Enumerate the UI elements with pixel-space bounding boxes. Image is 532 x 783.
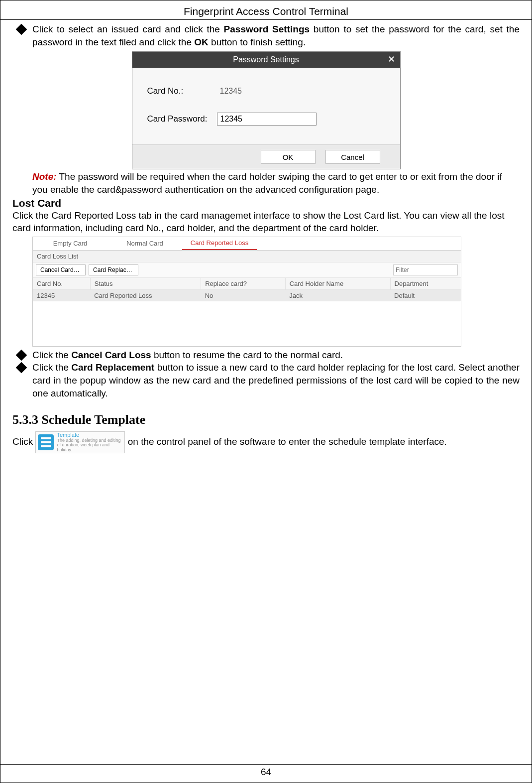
bullet-3-text: Click the Card Replacement button to iss… (32, 361, 520, 399)
bullet-2-text: Click the Cancel Card Loss button to res… (32, 349, 520, 362)
cell-holder: Jack (285, 289, 390, 301)
lost-card-heading: Lost Card (12, 197, 520, 209)
cell-department: Default (390, 289, 461, 301)
template-paragraph: Click Template The adding, deleting and … (12, 431, 520, 453)
dialog-footer: OK Cancel (132, 144, 400, 169)
col-holder[interactable]: Card Holder Name (285, 278, 390, 290)
cell-card-no: 12345 (33, 289, 90, 301)
card-no-row: Card No.: (147, 85, 385, 98)
header-divider (0, 19, 532, 20)
close-icon[interactable]: ✕ (388, 55, 395, 64)
password-settings-dialog: Password Settings ✕ Card No.: Card Passw… (132, 51, 401, 169)
section-heading-5-3-3: 5.3.3 Schedule Template (12, 412, 520, 427)
card-password-input[interactable] (217, 113, 317, 126)
card-no-label: Card No.: (147, 86, 217, 96)
filter-wrap (393, 264, 458, 275)
diamond-bullet-icon (16, 362, 27, 374)
cancel-card-loss-button[interactable]: Cancel Card L... (36, 264, 86, 275)
col-status[interactable]: Status (90, 278, 201, 290)
page-footer: 64 (0, 764, 532, 778)
bullet1-pre: Click to select an issued card and click… (32, 24, 224, 34)
tab-normal-card[interactable]: Normal Card (107, 237, 182, 250)
dialog-body: Card No.: Card Password: (132, 68, 400, 144)
bullet3-pre: Click the (32, 362, 71, 373)
page-number: 64 (0, 767, 532, 778)
ok-button[interactable]: OK (261, 150, 316, 164)
tab-empty-card[interactable]: Empty Card (33, 237, 107, 250)
dialog-titlebar: Password Settings ✕ (132, 52, 400, 68)
bullet1-bold1: Password Settings (224, 24, 310, 34)
card-loss-list-title: Card Loss List (33, 251, 461, 262)
bullet1-post: button to finish setting. (209, 37, 306, 47)
table-row[interactable]: 12345 Card Reported Loss No Jack Default (33, 289, 461, 301)
page-header-title: Fingerprint Access Control Terminal (12, 5, 520, 17)
filter-input[interactable] (393, 264, 458, 275)
card-no-input[interactable] (217, 85, 317, 98)
template-icon (38, 434, 54, 450)
note-block: Note: The password will be required when… (12, 170, 520, 196)
card-replace-button[interactable]: Card Replace ... (89, 264, 138, 275)
card-loss-tabs: Empty Card Normal Card Card Reported Los… (33, 237, 461, 251)
template-text-wrap: Template The adding, deleting and editin… (57, 432, 122, 452)
footer-divider (0, 764, 532, 765)
bullet1-bold2: OK (194, 37, 209, 47)
table-header-row: Card No. Status Replace card? Card Holde… (33, 278, 461, 290)
template-button-desc: The adding, deleting and editing of dura… (57, 438, 122, 452)
card-loss-empty-area (33, 301, 461, 346)
bullet-item-2: Click the Cancel Card Loss button to res… (12, 349, 520, 362)
diamond-bullet-icon (16, 24, 27, 35)
bullet-1-text: Click to select an issued card and click… (32, 23, 520, 48)
bullet2-post: button to resume the card to the normal … (151, 350, 343, 360)
dialog-title: Password Settings (132, 55, 400, 64)
card-password-label: Card Password: (147, 114, 217, 124)
tab-card-reported-loss[interactable]: Card Reported Loss (182, 237, 257, 250)
bullet-item-1: Click to select an issued card and click… (12, 23, 520, 48)
card-loss-figure: Empty Card Normal Card Card Reported Los… (32, 237, 461, 347)
lost-card-para: Click the Card Reported Loss tab in the … (12, 209, 520, 235)
template-post: on the control panel of the software to … (128, 436, 447, 447)
note-text: The password will be required when the c… (32, 171, 502, 195)
note-label: Note: (32, 171, 57, 182)
card-password-row: Card Password: (147, 113, 385, 126)
col-replace[interactable]: Replace card? (201, 278, 286, 290)
bullet2-pre: Click the (32, 350, 71, 360)
col-department[interactable]: Department (390, 278, 461, 290)
cancel-button[interactable]: Cancel (325, 150, 380, 164)
card-loss-toolbar: Cancel Card L... Card Replace ... (33, 262, 461, 278)
col-card-no[interactable]: Card No. (33, 278, 90, 290)
template-pre: Click (12, 436, 35, 447)
template-control-panel-button[interactable]: Template The adding, deleting and editin… (35, 431, 125, 453)
diamond-bullet-icon (16, 350, 27, 361)
page: Fingerprint Access Control Terminal Clic… (0, 0, 532, 783)
bullet2-bold: Cancel Card Loss (71, 350, 151, 360)
bullet3-bold: Card Replacement (71, 362, 154, 373)
cell-replace: No (201, 289, 286, 301)
bullet-item-3: Click the Card Replacement button to iss… (12, 361, 520, 399)
card-loss-table: Card No. Status Replace card? Card Holde… (33, 278, 461, 301)
cell-status: Card Reported Loss (90, 289, 201, 301)
